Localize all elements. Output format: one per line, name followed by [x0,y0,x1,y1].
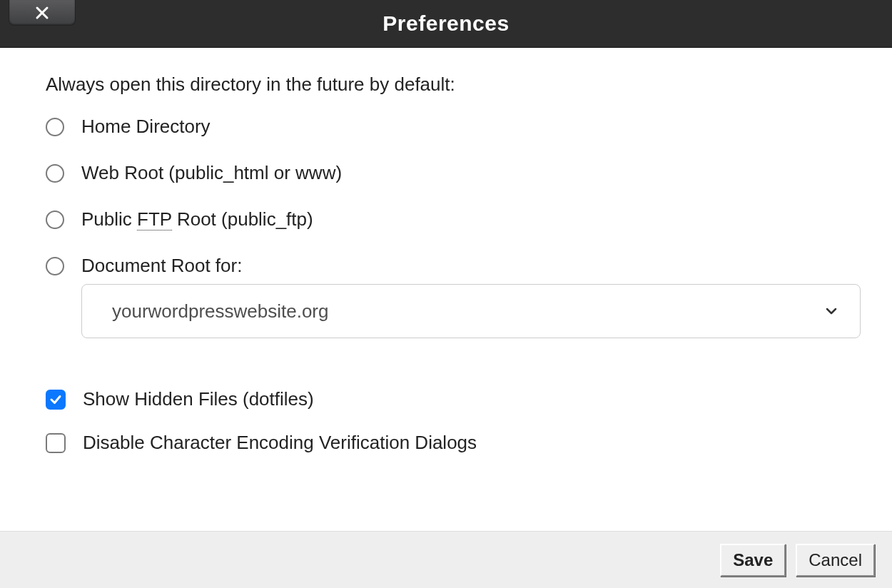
save-button[interactable]: Save [720,544,786,577]
document-root-select[interactable]: yourwordpresswebsite.org [81,284,861,338]
close-button[interactable] [9,0,76,26]
radio-document-root[interactable]: Document Root for: [46,255,846,277]
radio-label: Web Root (public_html or www) [81,162,342,184]
radio-web-root[interactable]: Web Root (public_html or www) [46,162,846,184]
check-icon [49,393,62,406]
prompt-text: Always open this directory in the future… [46,74,846,96]
radio-label: Public FTP Root (public_ftp) [81,208,313,230]
radio-icon [46,211,64,229]
radio-icon [46,164,64,183]
dialog-footer: Save Cancel [0,531,892,588]
dialog-title: Preferences [382,11,509,36]
radio-label: Home Directory [81,116,211,138]
close-icon [34,4,51,21]
checkbox-label: Disable Character Encoding Verification … [83,432,477,454]
checkbox-icon [46,390,66,410]
radio-public-ftp-root[interactable]: Public FTP Root (public_ftp) [46,208,846,230]
radio-icon [46,118,64,136]
radio-icon [46,257,64,275]
checkbox-icon [46,433,66,453]
chevron-down-icon [823,303,840,320]
checkbox-label: Show Hidden Files (dotfiles) [83,388,314,410]
checkbox-disable-encoding-dialogs[interactable]: Disable Character Encoding Verification … [46,432,846,454]
dialog-titlebar: Preferences [0,0,892,48]
cancel-button[interactable]: Cancel [796,544,875,577]
radio-home-directory[interactable]: Home Directory [46,116,846,138]
select-value: yourwordpresswebsite.org [112,300,328,323]
radio-label: Document Root for: [81,255,242,277]
dialog-content: Always open this directory in the future… [0,48,892,487]
checkbox-show-hidden-files[interactable]: Show Hidden Files (dotfiles) [46,388,846,410]
